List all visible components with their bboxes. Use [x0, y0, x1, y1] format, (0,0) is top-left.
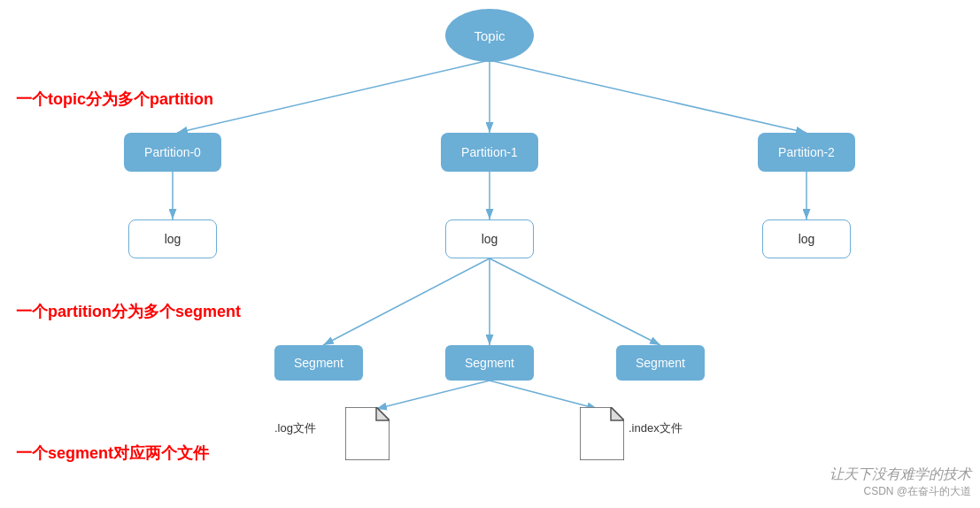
- annotation-2: 一个partition分为多个segment: [16, 301, 241, 322]
- watermark-line2: CSDN @在奋斗的大道: [830, 484, 971, 499]
- svg-line-3: [490, 60, 806, 133]
- topic-label: Topic: [474, 28, 505, 43]
- partition-2-node: Partition-2: [758, 133, 855, 172]
- log-file-icon: [345, 407, 390, 460]
- log-1-label: log: [482, 232, 498, 246]
- index-file-label: .index文件: [629, 420, 683, 436]
- topic-node: Topic: [445, 9, 534, 62]
- log-2-node: log: [762, 219, 851, 258]
- segment-1-node: Segment: [445, 345, 534, 381]
- svg-line-10: [376, 381, 490, 409]
- svg-marker-15: [611, 407, 624, 420]
- watermark-line1: 让天下没有难学的技术: [830, 466, 971, 484]
- index-file-icon: [580, 407, 624, 460]
- partition-1-label: Partition-1: [461, 145, 518, 159]
- segment-2-label: Segment: [636, 356, 685, 370]
- watermark: 让天下没有难学的技术 CSDN @在奋斗的大道: [830, 466, 971, 499]
- segment-0-node: Segment: [274, 345, 363, 381]
- partition-0-node: Partition-0: [124, 133, 221, 172]
- segment-0-label: Segment: [294, 356, 343, 370]
- annotation-1: 一个topic分为多个partition: [16, 89, 213, 110]
- partition-0-label: Partition-0: [144, 145, 201, 159]
- log-file-label: .log文件: [274, 420, 316, 436]
- svg-marker-13: [376, 407, 390, 420]
- svg-line-1: [177, 60, 490, 133]
- partition-2-label: Partition-2: [778, 145, 835, 159]
- diagram-container: Topic Partition-0 Partition-1 Partition-…: [0, 0, 980, 508]
- svg-line-9: [490, 258, 660, 345]
- segment-2-node: Segment: [616, 345, 705, 381]
- partition-1-node: Partition-1: [441, 133, 538, 172]
- segment-1-label: Segment: [465, 356, 514, 370]
- annotation-3: 一个segment对应两个文件: [16, 443, 209, 464]
- log-1-node: log: [445, 219, 534, 258]
- log-0-node: log: [128, 219, 217, 258]
- log-2-label: log: [799, 232, 815, 246]
- svg-line-7: [323, 258, 490, 345]
- svg-line-11: [490, 381, 598, 409]
- log-0-label: log: [165, 232, 181, 246]
